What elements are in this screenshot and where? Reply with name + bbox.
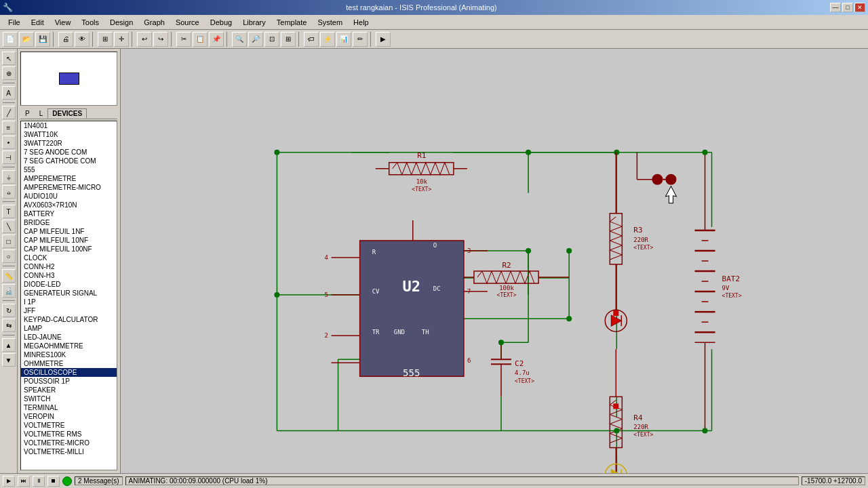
text-tool[interactable]: T	[2, 205, 16, 218]
device-item[interactable]: GENERATEUR SIGNAL	[21, 289, 117, 298]
device-item[interactable]: VOLTMETRE-MICRO	[21, 439, 117, 447]
device-item[interactable]: AMPEREMETRE-MICRO	[21, 183, 117, 192]
probe-tool[interactable]: 🔬	[2, 284, 16, 298]
menu-view[interactable]: View	[50, 17, 77, 28]
tab-p[interactable]: P	[20, 108, 35, 119]
scroll-down-tool[interactable]: ▼	[2, 353, 16, 367]
device-item[interactable]: LAMP	[21, 324, 117, 333]
device-item[interactable]: OHMMETRE	[21, 359, 117, 368]
menu-debug[interactable]: Debug	[205, 17, 237, 28]
device-item[interactable]: 3WATT10K	[21, 130, 117, 139]
netlist-button[interactable]: 📊	[336, 32, 351, 47]
minimize-button[interactable]: —	[830, 3, 841, 12]
simulate-button[interactable]: ▶	[376, 32, 391, 47]
device-item[interactable]: CAP MILFEUIL 1NF	[21, 227, 117, 236]
menu-template[interactable]: Template	[271, 17, 313, 28]
new-button[interactable]: 📄	[3, 32, 18, 47]
print-preview-button[interactable]: 👁	[75, 32, 90, 47]
canvas-area[interactable]: R1 10k <TEXT> R2 100k <TEXT> R3 220R <TE…	[121, 49, 868, 473]
redo-button[interactable]: ↪	[153, 32, 168, 47]
device-item[interactable]: KEYPAD-CALCULATOR	[21, 315, 117, 324]
zoom-area-button[interactable]: ⊞	[281, 32, 296, 47]
device-item[interactable]: VEROPIN	[21, 412, 117, 421]
tag-button[interactable]: 🏷	[304, 32, 319, 47]
device-item[interactable]: CONN-H3	[21, 271, 117, 280]
mirror-tool[interactable]: ⇆	[2, 319, 16, 332]
device-item[interactable]: VOLTMETRE RMS	[21, 430, 117, 439]
menu-graph[interactable]: Graph	[138, 17, 170, 28]
line-tool[interactable]: ╲	[2, 220, 16, 233]
wire-button[interactable]: ⚡	[320, 32, 335, 47]
zoom-in-button[interactable]: 🔍	[232, 32, 247, 47]
print-button[interactable]: 🖨	[58, 32, 73, 47]
device-item[interactable]: 3WATT220R	[21, 139, 117, 148]
device-item[interactable]: BATTERY	[21, 209, 117, 218]
device-item[interactable]: CAP MILFEUIL 10NF	[21, 236, 117, 245]
device-item[interactable]: TERMINAL	[21, 403, 117, 412]
device-item[interactable]: I 1P	[21, 298, 117, 306]
grid-button[interactable]: ⊞	[98, 32, 113, 47]
component-tool[interactable]: ⊕	[2, 66, 16, 80]
ground-tool[interactable]: ⏛	[2, 185, 16, 199]
close-button[interactable]: ✕	[854, 3, 865, 12]
scroll-up-tool[interactable]: ▲	[2, 338, 16, 352]
menu-source[interactable]: Source	[170, 17, 205, 28]
stop-button[interactable]: ⏹	[47, 476, 60, 487]
junction-tool[interactable]: •	[2, 136, 16, 149]
select-tool[interactable]: ↖	[2, 52, 16, 65]
device-item[interactable]: MEGAOHMMETRE	[21, 342, 117, 350]
box-tool[interactable]: □	[2, 235, 16, 248]
window-controls[interactable]: — □ ✕	[830, 3, 865, 12]
device-item[interactable]: AUDIO10U	[21, 192, 117, 201]
menu-file[interactable]: File	[3, 17, 26, 28]
circle-tool[interactable]: ○	[2, 249, 16, 263]
zoom-fit-button[interactable]: ⊡	[264, 32, 279, 47]
pause-button[interactable]: ⏸	[33, 476, 45, 487]
device-item[interactable]: SWITCH	[21, 394, 117, 403]
device-item[interactable]: OSCILLOSCOPE	[21, 368, 117, 377]
device-item[interactable]: MINRES100K	[21, 350, 117, 359]
bus-tool[interactable]: ≡	[2, 121, 16, 134]
menu-design[interactable]: Design	[104, 17, 138, 28]
device-item[interactable]: 7 SEG ANODE COM	[21, 148, 117, 157]
device-item[interactable]: AVX0603×7R10N	[21, 201, 117, 209]
device-item[interactable]: VOLTMETRE	[21, 421, 117, 430]
tab-l[interactable]: L	[35, 108, 48, 119]
menu-library[interactable]: Library	[237, 17, 271, 28]
device-item[interactable]: POUSSOIR 1P	[21, 377, 117, 386]
cut-button[interactable]: ✂	[176, 32, 191, 47]
terminal-tool[interactable]: ⊣	[2, 150, 16, 164]
open-button[interactable]: 📂	[19, 32, 34, 47]
device-item[interactable]: 1N4001	[21, 121, 117, 130]
copy-button[interactable]: 📋	[193, 32, 208, 47]
wire-tool[interactable]: ╱	[2, 106, 16, 119]
paste-button[interactable]: 📌	[209, 32, 224, 47]
undo-button[interactable]: ↩	[137, 32, 152, 47]
device-item[interactable]: SPEAKER	[21, 386, 117, 394]
device-item[interactable]: CAP MILFEUIL 100NF	[21, 245, 117, 253]
maximize-button[interactable]: □	[842, 3, 853, 12]
step-button[interactable]: ⏭	[18, 476, 30, 487]
rotate-tool[interactable]: ↻	[2, 304, 16, 317]
origin-button[interactable]: ✛	[114, 32, 129, 47]
label-tool[interactable]: A	[2, 86, 16, 100]
device-item[interactable]: 555	[21, 165, 117, 174]
device-item[interactable]: CLOCK	[21, 253, 117, 262]
device-item[interactable]: BRIDGE	[21, 218, 117, 227]
device-item[interactable]: JFF	[21, 306, 117, 315]
menu-edit[interactable]: Edit	[26, 17, 50, 28]
measure-tool[interactable]: 📏	[2, 269, 16, 283]
menu-help[interactable]: Help	[348, 17, 374, 28]
play-button[interactable]: ▶	[3, 476, 15, 487]
menu-tools[interactable]: Tools	[76, 17, 104, 28]
device-item[interactable]: 7 SEG CATHODE COM	[21, 157, 117, 165]
device-item[interactable]: CONN-H2	[21, 262, 117, 271]
annotate-button[interactable]: ✏	[353, 32, 368, 47]
save-button[interactable]: 💾	[35, 32, 50, 47]
device-item[interactable]: DIODE-LED	[21, 280, 117, 289]
devices-list[interactable]: 1N40013WATT10K3WATT220R7 SEG ANODE COM7 …	[20, 121, 117, 470]
device-item[interactable]: AMPEREMETRE	[21, 174, 117, 183]
device-item[interactable]: VOLTMETRE-MILLI	[21, 447, 117, 456]
zoom-out-button[interactable]: 🔎	[248, 32, 263, 47]
menu-system[interactable]: System	[312, 17, 348, 28]
